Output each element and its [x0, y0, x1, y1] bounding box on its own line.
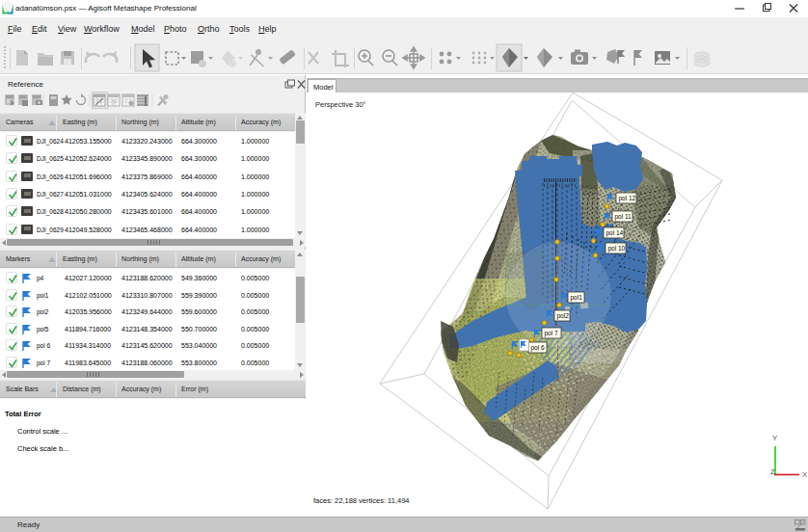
svg-text:pol 12: pol 12 [619, 195, 636, 202]
svg-text:Y: Y [772, 434, 778, 442]
svg-text:pol 6: pol 6 [531, 344, 545, 352]
svg-text:pol1: pol1 [571, 294, 583, 302]
svg-text:?: ? [112, 98, 117, 107]
svg-text:pol 7: pol 7 [545, 330, 558, 337]
svg-text:pol2: pol2 [557, 312, 570, 320]
svg-text:X: X [802, 470, 808, 479]
svg-text:pol 11: pol 11 [615, 213, 633, 221]
svg-text:pol 14: pol 14 [606, 229, 624, 237]
svg-text:Z: Z [770, 467, 775, 476]
svg-text:pol 10: pol 10 [608, 245, 626, 253]
